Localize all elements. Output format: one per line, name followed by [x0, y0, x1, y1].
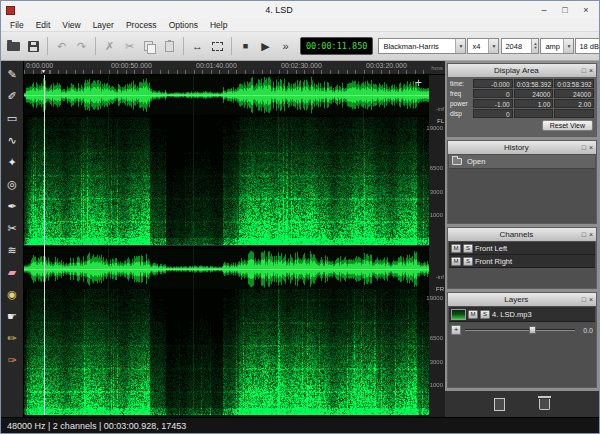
layer-row[interactable]: M S 4. LSD.mp3: [449, 307, 595, 322]
tool-button[interactable]: ✎: [2, 63, 23, 85]
frequency-ruler: -inf FL 19000 6500 3000 1000 -inf FR: [429, 75, 445, 417]
tool-icon: ☛: [7, 310, 17, 323]
play-button[interactable]: ▶: [256, 36, 275, 56]
close-panel-button[interactable]: ×: [589, 231, 593, 238]
mute-button[interactable]: M: [451, 257, 461, 266]
playhead-marker-icon[interactable]: ▼: [41, 68, 46, 74]
close-button[interactable]: ×: [580, 5, 592, 15]
float-panel-button[interactable]: □: [582, 144, 586, 151]
channel-row[interactable]: M S Front Right: [449, 255, 595, 268]
cut-button[interactable]: ✂: [120, 36, 139, 56]
spectrogram-channel-left[interactable]: [24, 117, 429, 245]
panel-header[interactable]: Channels □×: [448, 228, 596, 241]
tool-button[interactable]: ✂: [2, 217, 23, 239]
gain-input[interactable]: 18 dB ▲▼: [575, 38, 600, 54]
tool-button[interactable]: ✦: [2, 151, 23, 173]
minimize-button[interactable]: –: [538, 5, 550, 15]
menu-item[interactable]: View: [56, 20, 86, 30]
tool-button[interactable]: ✐: [2, 85, 23, 107]
amp-scale-select[interactable]: amp ▼: [540, 38, 574, 54]
float-panel-button[interactable]: □: [582, 296, 586, 303]
menu-item[interactable]: File: [4, 20, 30, 30]
panel-header[interactable]: History □×: [448, 141, 596, 154]
chevron-down-icon: ▼: [488, 39, 498, 53]
close-panel-button[interactable]: ×: [589, 67, 593, 74]
waveform-channel-left[interactable]: [24, 75, 429, 115]
solo-button[interactable]: S: [480, 310, 490, 319]
float-panel-button[interactable]: □: [582, 231, 586, 238]
playhead-time-display[interactable]: 00:00:11.850: [300, 37, 373, 55]
menu-item[interactable]: Edit: [30, 20, 57, 30]
tool-icon: ≋: [7, 244, 16, 257]
tool-button[interactable]: ◉: [2, 283, 23, 305]
close-panel-button[interactable]: ×: [589, 296, 593, 303]
playhead[interactable]: [44, 75, 45, 415]
titlebar[interactable]: 4. LSD – □ ×: [1, 1, 599, 19]
freq-tick-label: 19000: [426, 125, 443, 131]
undo-button[interactable]: ↶: [52, 36, 71, 56]
tool-button[interactable]: ✒: [2, 195, 23, 217]
undo-icon: ↶: [57, 40, 66, 53]
panel-header[interactable]: Layers □×: [448, 293, 596, 306]
slider-handle[interactable]: [529, 326, 536, 334]
slider-track[interactable]: [465, 329, 575, 331]
maximize-button[interactable]: □: [559, 5, 571, 15]
save-button[interactable]: [24, 36, 43, 56]
opacity-slider[interactable]: [465, 325, 575, 335]
tool-button[interactable]: ✏: [2, 327, 23, 349]
mute-button[interactable]: M: [451, 244, 461, 253]
redo-button[interactable]: ↷: [72, 36, 91, 56]
freq-tick-label: 6500: [430, 165, 443, 171]
amplitude-min-label: -inf: [436, 274, 444, 280]
multiplier-select[interactable]: x4 ▼: [467, 38, 499, 54]
close-panel-button[interactable]: ×: [589, 144, 593, 151]
waveform-channel-right[interactable]: [24, 249, 429, 289]
move-tool-button[interactable]: ↔: [188, 36, 207, 56]
tool-button[interactable]: ∿: [2, 129, 23, 151]
menu-item[interactable]: Layer: [87, 20, 120, 30]
selection-tool-button[interactable]: [208, 36, 227, 56]
copy-button[interactable]: [140, 36, 159, 56]
solo-button[interactable]: S: [463, 244, 473, 253]
tool-button[interactable]: ≋: [2, 239, 23, 261]
display-area-row: freq 0 24000 24000: [450, 89, 594, 98]
spinner-arrows-icon[interactable]: ▲▼: [531, 39, 538, 53]
stop-button[interactable]: ■: [236, 36, 255, 56]
new-layer-button[interactable]: [494, 398, 505, 411]
tool-button[interactable]: ▰: [2, 261, 23, 283]
channel-row[interactable]: M S Front Left: [449, 242, 595, 255]
display-value: -1.00: [473, 99, 513, 108]
tool-button[interactable]: ☛: [2, 305, 23, 327]
paste-icon: [165, 41, 174, 52]
fft-size-input[interactable]: 2048 ▲▼: [501, 38, 539, 54]
pan-control-icon[interactable]: +: [412, 77, 425, 90]
panel-header[interactable]: Display Area □×: [448, 64, 596, 77]
spectrogram-channel-right[interactable]: [24, 289, 429, 415]
time-ruler[interactable]: 0:00.000 00:00:50.000 00:01:40.000 00:02…: [24, 61, 429, 75]
open-button[interactable]: [4, 36, 23, 56]
tool-button[interactable]: ▭: [2, 107, 23, 129]
paste-button[interactable]: [160, 36, 179, 56]
add-button[interactable]: +: [451, 325, 461, 335]
tool-button[interactable]: ◎: [2, 173, 23, 195]
menu-item[interactable]: Options: [163, 20, 204, 30]
toolbar-separator: [47, 37, 48, 55]
channel-right-label: FR: [436, 286, 444, 292]
solo-button[interactable]: S: [463, 257, 473, 266]
tool-icon: ◎: [7, 178, 17, 191]
tool-button[interactable]: ✑: [2, 349, 23, 371]
display-row-label: time:: [450, 79, 472, 88]
layer-opacity-row: + 0.0: [449, 322, 595, 338]
float-panel-button[interactable]: □: [582, 67, 586, 74]
delete-button[interactable]: ✗: [100, 36, 119, 56]
mute-button[interactable]: M: [468, 310, 478, 319]
menu-item[interactable]: Help: [204, 20, 233, 30]
display-value: [554, 109, 594, 118]
history-item[interactable]: Open: [449, 155, 595, 169]
delete-layer-button[interactable]: [539, 399, 550, 410]
reset-view-button[interactable]: Reset View: [542, 120, 593, 131]
window-function-select[interactable]: Blackman-Harris ▼: [378, 38, 466, 54]
history-item-label: Open: [467, 157, 485, 166]
menu-item[interactable]: Process: [120, 20, 163, 30]
skip-button[interactable]: »: [276, 36, 295, 56]
